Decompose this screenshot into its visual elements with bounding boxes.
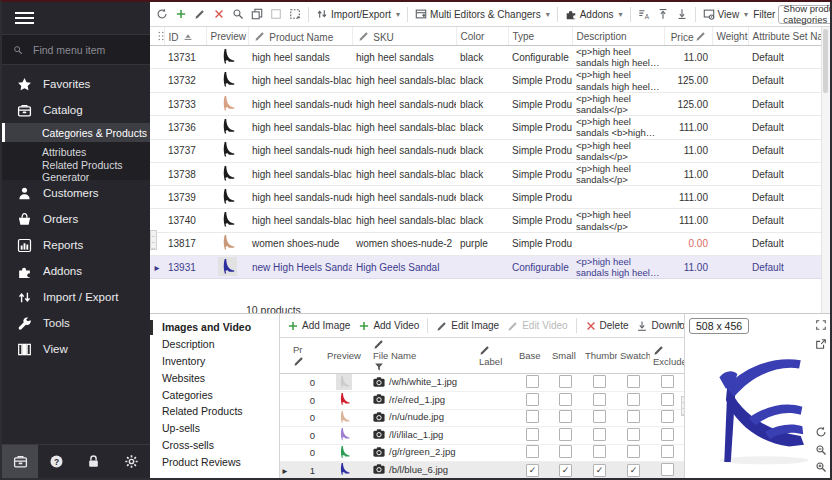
product-price[interactable]: 11.00: [664, 255, 712, 278]
column-header-file-name[interactable]: File Name: [370, 338, 476, 374]
product-weight[interactable]: [712, 139, 748, 162]
checkbox[interactable]: [559, 410, 572, 423]
zoom-in-button[interactable]: [815, 461, 827, 473]
product-preview[interactable]: [206, 46, 248, 69]
product-attribute-set[interactable]: Default: [748, 69, 826, 92]
product-attribute-set[interactable]: Default: [748, 139, 826, 162]
checkbox[interactable]: [593, 445, 606, 458]
sidebar-item-10[interactable]: Tools: [2, 310, 150, 336]
product-preview[interactable]: [206, 139, 248, 162]
product-attribute-set[interactable]: Default: [748, 116, 826, 139]
checkbox[interactable]: [627, 375, 640, 388]
download-image-button[interactable]: Download Image: [634, 318, 684, 334]
checkbox[interactable]: [559, 428, 572, 441]
product-attribute-set[interactable]: Default: [748, 209, 826, 232]
column-header-description[interactable]: Description: [572, 27, 664, 46]
product-color[interactable]: [456, 255, 508, 278]
column-header-exclude[interactable]: Exclude: [650, 338, 684, 374]
sidebar-item-7[interactable]: Reports: [2, 232, 150, 258]
image-label[interactable]: [476, 462, 516, 480]
image-file-name[interactable]: /w/h/white_1.jpg: [370, 374, 476, 392]
product-attribute-set[interactable]: Default: [748, 46, 826, 69]
filter-dropdown[interactable]: Show products from selected categories ▾: [778, 5, 832, 24]
sidebar-item-8[interactable]: Addons: [2, 258, 150, 284]
copy-button[interactable]: [249, 6, 265, 22]
image-position[interactable]: 0: [290, 427, 318, 445]
tab-inventory[interactable]: Inventory: [150, 353, 279, 370]
product-type[interactable]: Simple Product: [508, 139, 572, 162]
import-export-menu[interactable]: Import/Export ▾: [314, 6, 402, 22]
product-price[interactable]: 111.00: [664, 186, 712, 209]
column-header-preview[interactable]: Preview: [318, 338, 370, 374]
image-preview[interactable]: [318, 409, 370, 427]
product-color[interactable]: purple: [456, 232, 508, 255]
add-product-button[interactable]: [173, 6, 189, 22]
checkbox[interactable]: [526, 410, 539, 423]
checkbox[interactable]: [526, 428, 539, 441]
product-id[interactable]: 13737: [164, 139, 206, 162]
column-header-pr[interactable]: Pr: [290, 338, 318, 374]
product-weight[interactable]: [712, 116, 748, 139]
checkbox[interactable]: [526, 375, 539, 388]
product-price[interactable]: 111.00: [664, 209, 712, 232]
menu-search[interactable]: [2, 34, 150, 65]
splitter-handle[interactable]: ∙∙∙∙∙∙: [150, 230, 157, 250]
checkbox[interactable]: [593, 375, 606, 388]
checkbox[interactable]: [661, 463, 674, 476]
product-description[interactable]: <p>high heel sandals high heel sandals</…: [572, 255, 664, 278]
product-id[interactable]: 13739: [164, 186, 206, 209]
product-color[interactable]: black: [456, 116, 508, 139]
product-attribute-set[interactable]: Default: [748, 186, 826, 209]
tab-websites[interactable]: Websites: [150, 369, 279, 386]
product-sku[interactable]: high heel sandals-nude: [352, 92, 456, 115]
checkbox[interactable]: ✓: [627, 464, 640, 477]
paste-special-button[interactable]: [287, 6, 303, 22]
zoom-out-button[interactable]: [815, 444, 827, 456]
product-description[interactable]: <p>high heel sandals</p>: [572, 209, 664, 232]
product-id[interactable]: 13733: [164, 92, 206, 115]
checkbox[interactable]: [661, 410, 674, 423]
product-description[interactable]: [572, 186, 664, 209]
product-weight[interactable]: [712, 232, 748, 255]
delete-product-button[interactable]: [211, 6, 227, 22]
image-position[interactable]: 1: [290, 462, 318, 480]
column-header-weight[interactable]: Weight: [712, 27, 748, 46]
product-type[interactable]: Configurable Product: [508, 46, 572, 69]
product-preview[interactable]: [206, 69, 248, 92]
product-id[interactable]: 13817: [164, 232, 206, 255]
product-color[interactable]: black: [456, 46, 508, 69]
product-name[interactable]: high heel sandals-black: [248, 69, 352, 92]
rotate-button[interactable]: [815, 426, 827, 438]
column-header-thumbnail[interactable]: Thumbna: [582, 338, 617, 374]
catalog-mode-button[interactable]: [2, 445, 38, 478]
sidebar-item-9[interactable]: Import / Export: [2, 284, 150, 310]
checkbox[interactable]: [627, 410, 640, 423]
checkbox[interactable]: ✓: [559, 464, 572, 477]
help-button[interactable]: ?: [38, 454, 75, 469]
product-weight[interactable]: [712, 69, 748, 92]
column-header-attribute-set[interactable]: Attribute Set Name: [748, 27, 826, 46]
image-preview[interactable]: [318, 462, 370, 480]
column-header-price[interactable]: Price: [664, 27, 712, 46]
product-name[interactable]: new High Heels Sandals: [248, 255, 352, 278]
product-preview[interactable]: [206, 232, 248, 255]
product-color[interactable]: black: [456, 139, 508, 162]
product-type[interactable]: Simple Product: [508, 186, 572, 209]
product-color[interactable]: black: [456, 163, 508, 186]
image-label[interactable]: [476, 374, 516, 392]
select-button[interactable]: [268, 6, 284, 22]
image-label[interactable]: [476, 392, 516, 410]
sidebar-item-5[interactable]: Customers: [2, 180, 150, 206]
tab-cross-sells[interactable]: Cross-sells: [150, 437, 279, 454]
sidebar-item-11[interactable]: View: [2, 336, 150, 362]
checkbox[interactable]: [559, 445, 572, 458]
product-attribute-set[interactable]: Default: [748, 255, 826, 278]
toolbar-overflow-button[interactable]: ▾: [678, 320, 682, 329]
product-attribute-set[interactable]: Default: [748, 163, 826, 186]
product-sku[interactable]: high heel sandals-nude-36: [352, 139, 456, 162]
tab-related-products[interactable]: Related Products: [150, 403, 279, 420]
open-external-button[interactable]: [815, 338, 827, 350]
column-header-preview[interactable]: Preview: [206, 27, 248, 46]
menu-search-input[interactable]: [31, 43, 135, 57]
sidebar-subitem-2[interactable]: Categories & Products: [2, 123, 150, 142]
